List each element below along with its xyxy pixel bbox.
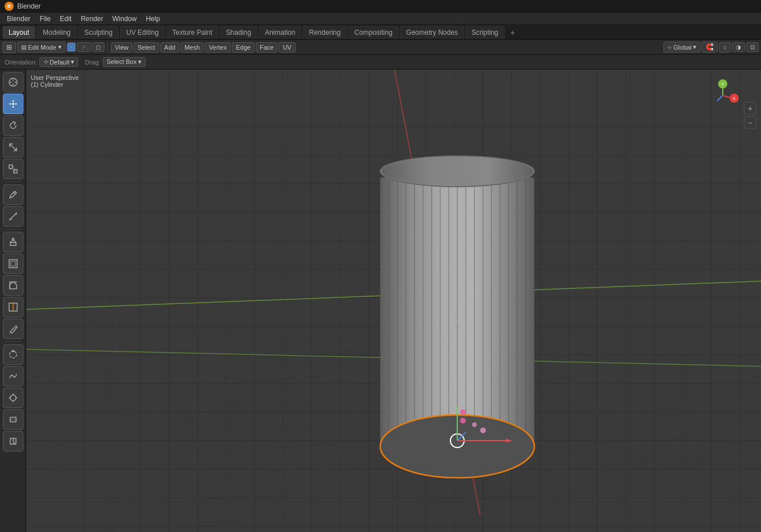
svg-point-101 xyxy=(460,409,466,415)
snap-icon: 🧲 xyxy=(706,43,714,51)
tool-rotate[interactable] xyxy=(3,115,23,136)
zoom-in-btn[interactable]: + xyxy=(744,102,756,115)
blender-logo: B xyxy=(5,2,14,11)
orientation-text: Default xyxy=(50,59,70,66)
face-select-mode[interactable]: ◻ xyxy=(92,42,104,52)
svg-rect-4 xyxy=(10,243,16,245)
tab-shading[interactable]: Shading xyxy=(220,26,257,39)
viewport-canvas: Y X xyxy=(26,70,761,532)
drag-text: Select Box xyxy=(107,58,137,65)
drag-selector[interactable]: Select Box ▾ xyxy=(103,57,146,67)
svg-point-11 xyxy=(10,395,16,401)
svg-rect-6 xyxy=(11,261,15,266)
tab-scripting[interactable]: Scripting xyxy=(465,26,505,39)
workspace-tabs: Layout Modeling Sculpting UV Editing Tex… xyxy=(0,25,761,40)
left-toolbar xyxy=(0,70,26,532)
tool-sep-3 xyxy=(5,341,22,342)
svg-point-103 xyxy=(472,422,477,427)
menu-render[interactable]: Render xyxy=(76,14,107,24)
tab-layout[interactable]: Layout xyxy=(2,26,35,39)
drag-label: Drag: xyxy=(85,59,100,66)
tab-compositing[interactable]: Compositing xyxy=(348,26,399,39)
menu-help[interactable]: Help xyxy=(141,14,164,24)
tool-scale[interactable] xyxy=(3,137,23,158)
svg-point-1 xyxy=(12,103,14,105)
drag-dropdown-icon: ▾ xyxy=(138,58,142,65)
tool-knife[interactable] xyxy=(3,319,23,339)
transform-orientation[interactable]: ⊹ Global ▾ xyxy=(663,42,701,53)
tab-add[interactable]: + xyxy=(506,26,520,39)
sep1 xyxy=(107,42,108,53)
tool-smooth[interactable] xyxy=(3,366,23,386)
tool-shear[interactable] xyxy=(3,409,23,430)
tool-move[interactable] xyxy=(3,94,23,114)
menubar: Blender File Edit Render Window Help xyxy=(0,13,761,25)
orientation-icon: ⊹ xyxy=(43,58,49,66)
svg-rect-5 xyxy=(9,260,17,268)
tool-rip[interactable] xyxy=(3,431,23,452)
proportional-edit[interactable]: ○ xyxy=(719,42,731,53)
overlay-icon: ◑ xyxy=(736,44,741,50)
tab-uv-editing[interactable]: UV Editing xyxy=(120,26,165,39)
tool-extrude[interactable] xyxy=(3,232,23,252)
main-area: Y X User Perspective (1) Cylinder + − xyxy=(0,70,761,532)
transform-icon: ⊹ xyxy=(667,45,672,50)
select-menu[interactable]: Select xyxy=(134,42,159,53)
svg-point-10 xyxy=(12,350,14,352)
view-menu[interactable]: View xyxy=(111,42,132,53)
vertex-select-mode[interactable]: · xyxy=(67,42,76,52)
orientation-dropdown-icon: ▾ xyxy=(71,58,74,66)
svg-point-102 xyxy=(480,428,486,433)
menu-edit[interactable]: Edit xyxy=(55,14,76,24)
orientation-selector[interactable]: ⊹ Default ▾ xyxy=(39,57,78,67)
tab-rendering[interactable]: Rendering xyxy=(303,26,347,39)
tool-measure[interactable] xyxy=(3,206,23,227)
tab-sculpting[interactable]: Sculpting xyxy=(78,26,119,39)
viewport-selector[interactable]: ⊞ xyxy=(2,42,16,53)
add-menu[interactable]: Add xyxy=(160,42,180,53)
tab-texture-paint[interactable]: Texture Paint xyxy=(166,26,219,39)
uv-menu[interactable]: UV xyxy=(279,42,295,53)
overlay-toggle[interactable]: ◑ xyxy=(732,42,745,52)
vertex-menu[interactable]: Vertex xyxy=(205,42,231,53)
titlebar: B Blender xyxy=(0,0,761,13)
tool-spin[interactable] xyxy=(3,344,23,365)
xray-toggle[interactable]: ⊡ xyxy=(746,42,759,52)
tool-shrink-flatten[interactable] xyxy=(3,388,23,408)
orientation-label: Orientation: xyxy=(5,59,37,66)
menu-window[interactable]: Window xyxy=(108,14,142,24)
menu-file[interactable]: File xyxy=(35,14,55,24)
face-menu[interactable]: Face xyxy=(256,42,277,53)
svg-point-100 xyxy=(460,418,466,424)
svg-point-91 xyxy=(381,157,533,186)
tool-bevel[interactable] xyxy=(3,275,23,296)
tab-modeling[interactable]: Modeling xyxy=(37,26,77,39)
mesh-menu[interactable]: Mesh xyxy=(180,42,204,53)
tool-loop-cut[interactable] xyxy=(3,297,23,317)
tool-sep-2 xyxy=(5,229,22,229)
edit-mode-label: Edit Mode xyxy=(28,44,57,51)
edge-select-mode[interactable]: ⟋ xyxy=(77,42,91,52)
tool-annotate[interactable] xyxy=(3,184,23,205)
tool-sep-1 xyxy=(5,182,22,182)
snap-toggle[interactable]: 🧲 xyxy=(702,42,718,53)
edge-menu[interactable]: Edge xyxy=(232,42,255,53)
proportional-icon: ○ xyxy=(723,44,727,51)
transform-dropdown: ▾ xyxy=(693,43,696,51)
edit-mode-icon: ▤ xyxy=(21,44,26,50)
tab-animation[interactable]: Animation xyxy=(259,26,301,39)
edit-mode-dropdown-icon: ▾ xyxy=(58,43,62,51)
edit-mode-selector[interactable]: ▤ Edit Mode ▾ xyxy=(17,42,66,53)
viewport[interactable]: Y X User Perspective (1) Cylinder + − xyxy=(26,70,761,532)
header-secondary: Orientation: ⊹ Default ▾ Drag: Select Bo… xyxy=(0,55,761,70)
svg-text:X: X xyxy=(732,96,736,101)
menu-blender[interactable]: Blender xyxy=(2,14,35,24)
tool-inset[interactable] xyxy=(3,253,23,274)
xray-icon: ⊡ xyxy=(750,44,755,50)
zoom-out-btn[interactable]: − xyxy=(744,116,756,129)
svg-rect-12 xyxy=(10,417,16,422)
viewport-nav-mini: + − xyxy=(744,102,756,129)
tab-geometry-nodes[interactable]: Geometry Nodes xyxy=(400,26,464,39)
tool-navigate[interactable] xyxy=(3,72,23,92)
tool-transform[interactable] xyxy=(3,159,23,179)
